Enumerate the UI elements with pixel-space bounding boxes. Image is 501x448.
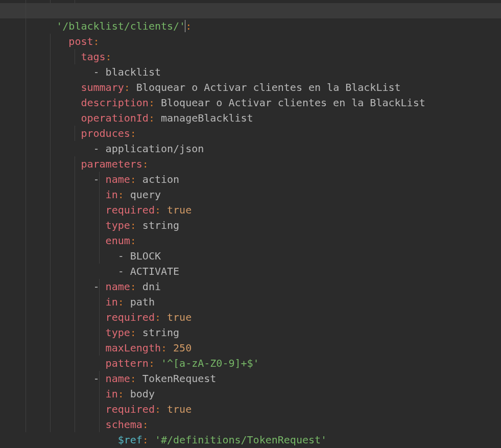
code-editor[interactable]: - oAuth2: [] '/blacklist/clients/': post…	[0, 0, 501, 432]
code-line[interactable]: $ref: '#/definitions/TokenRequest'	[0, 417, 501, 432]
code-line[interactable]: in: query	[0, 172, 501, 187]
code-line[interactable]: - name: TokenRequest	[0, 356, 501, 371]
code-line[interactable]: - blacklist	[0, 49, 501, 64]
code-line[interactable]: type: string	[0, 310, 501, 325]
code-line[interactable]: type: string	[0, 202, 501, 218]
code-line[interactable]: - ACTIVATE	[0, 248, 501, 264]
code-line[interactable]: required: true	[0, 386, 501, 402]
code-line[interactable]: - name: action	[0, 156, 501, 172]
code-line[interactable]: parameters:	[0, 141, 501, 156]
yaml-key: $ref	[118, 434, 142, 446]
code-line[interactable]: required: true	[0, 187, 501, 202]
code-line[interactable]: in: body	[0, 371, 501, 386]
code-line[interactable]: - name: dni	[0, 264, 501, 279]
code-line[interactable]: in: path	[0, 279, 501, 294]
code-line[interactable]: tags:	[0, 34, 501, 49]
code-line-active[interactable]: '/blacklist/clients/':	[0, 3, 501, 18]
code-line[interactable]: operationId: manageBlacklist	[0, 95, 501, 110]
code-line[interactable]: schema:	[0, 402, 501, 417]
code-line[interactable]: - application/json	[0, 126, 501, 141]
code-line[interactable]: description: Bloquear o Activar clientes…	[0, 80, 501, 95]
code-line[interactable]: pattern: '^[a-zA-Z0-9]+$'	[0, 340, 501, 356]
code-line[interactable]: maxLength: 250	[0, 325, 501, 340]
code-line[interactable]: summary: Bloquear o Activar clientes en …	[0, 64, 501, 80]
code-line[interactable]: post:	[0, 18, 501, 34]
code-line[interactable]: - BLOCK	[0, 233, 501, 248]
yaml-value: '#/definitions/TokenRequest'	[155, 434, 327, 446]
code-line[interactable]: enum:	[0, 218, 501, 233]
code-line[interactable]: produces:	[0, 110, 501, 126]
code-line[interactable]: required: true	[0, 294, 501, 310]
